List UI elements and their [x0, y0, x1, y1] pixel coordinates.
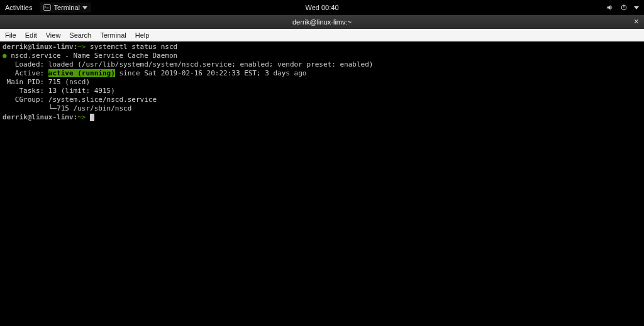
tasks-value: 13 (limit: 4915) [48, 87, 115, 95]
menu-terminal[interactable]: Terminal [100, 31, 126, 39]
tasks-label: Tasks: [3, 87, 48, 95]
active-status: active (running) [48, 69, 115, 77]
cgroup-value: /system.slice/nscd.service [48, 95, 157, 104]
terminal-icon [43, 4, 51, 11]
close-button[interactable]: × [634, 16, 639, 26]
terminal-output[interactable]: derrik@linux-limv:~> systemctl status ns… [0, 41, 644, 326]
cursor [90, 114, 94, 121]
active-since: since Sat 2019-02-16 20:22:33 EST; 3 day… [115, 69, 307, 77]
prompt-path: ~> [77, 113, 86, 121]
chevron-down-icon [82, 6, 87, 9]
window-title: derrik@linux-limv:~ [292, 18, 352, 26]
prompt-path: ~> [77, 43, 86, 51]
volume-icon [606, 4, 614, 11]
system-status-area[interactable] [606, 4, 639, 11]
active-label: Active: [3, 69, 48, 77]
command-text: systemctl status nscd [86, 43, 177, 51]
menu-search[interactable]: Search [69, 31, 91, 39]
chevron-down-icon [634, 6, 639, 9]
main-pid-value: 715 (nscd) [48, 78, 90, 86]
cgroup-tree: └─715 /usr/sbin/nscd [3, 104, 131, 112]
prompt-user: derrik@linux-limv: [3, 43, 77, 51]
svg-rect-0 [44, 5, 51, 11]
loaded-label: Loaded: [3, 60, 48, 68]
prompt-user: derrik@linux-limv: [3, 113, 77, 121]
window-titlebar: derrik@linux-limv:~ × [0, 15, 644, 29]
service-name-line: nscd.service - Name Service Cache Daemon [7, 52, 178, 60]
main-pid-label: Main PID: [3, 78, 48, 86]
app-menu-label: Terminal [53, 4, 80, 11]
power-icon [620, 4, 628, 11]
cgroup-label: CGroup: [3, 95, 48, 104]
clock[interactable]: Wed 00:40 [305, 4, 338, 11]
gnome-topbar: Activities Terminal Wed 00:40 [0, 0, 644, 15]
app-menu[interactable]: Terminal [40, 3, 91, 13]
menu-file[interactable]: File [5, 31, 16, 39]
menu-edit[interactable]: Edit [25, 31, 37, 39]
menubar: File Edit View Search Terminal Help [0, 29, 644, 41]
menu-help[interactable]: Help [135, 31, 150, 39]
status-bullet-icon: ● [3, 52, 7, 60]
activities-button[interactable]: Activities [5, 4, 32, 11]
loaded-value: loaded (/usr/lib/systemd/system/nscd.ser… [48, 60, 374, 68]
menu-view[interactable]: View [46, 31, 61, 39]
